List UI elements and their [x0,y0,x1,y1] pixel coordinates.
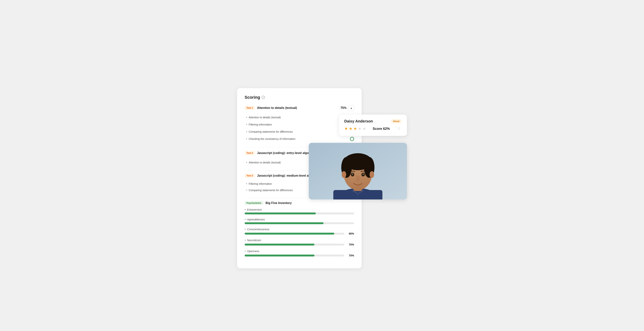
sub-item: • Comparing statements for differences [246,128,354,135]
test-1-chevron[interactable]: ▲ [348,105,354,111]
bullet: • [244,228,246,231]
svg-point-11 [352,173,353,175]
bar-row [244,222,354,224]
psychometric-header: Psychometric Big Five Inventory [244,201,354,205]
test-1-name: Attention to details (textual) [257,106,297,110]
bar-row: 90% [244,232,354,235]
bar-label: • Extraversion [244,208,354,211]
scene: Scoring i Test 1 Attention to details (t… [237,88,407,243]
bullet: • [244,238,246,242]
bullet: • [246,182,247,186]
bar-label-text: Openness [247,250,259,253]
bullet: • [244,250,246,253]
test-1-header: Test 1 Attention to details (textual) 75… [244,105,354,111]
sub-item-label: Filtering information [249,123,272,126]
bar-pct: 70% [346,243,354,246]
bar-neuroticism: • Neuroticism 70% [244,238,354,246]
test-1-badge: Test 1 [244,106,255,110]
test-3-badge: Test 3 [244,174,255,178]
sub-item-label: Checking the consistency of information [249,138,296,140]
psychometric-section: Psychometric Big Five Inventory • Extrav… [244,201,354,257]
candidate-score: Score 62% [372,127,390,131]
bar-label: • Openness [244,250,354,253]
circle-full-icon [350,137,354,141]
test-2-header-left: Test 2 Javascript (coding): entry-level … [244,151,318,155]
test-2-badge: Test 2 [244,151,255,155]
bar-extraversion: • Extraversion [244,208,354,214]
bar-openness: • Openness 70% [244,250,354,257]
bar-fill [244,254,314,256]
star-2: ★ [349,126,352,131]
sub-item-label: Attention to details (textual) [249,116,281,119]
bar-fill [244,233,334,234]
bar-label: • Neuroticism [244,238,354,242]
sub-item-label: Filtering information [249,182,272,185]
stars: ★ ★ ★ ★ ★ [344,126,366,131]
bar-track [244,222,354,224]
bullet: • [244,208,246,211]
star-5: ★ [362,126,366,131]
bullet: • [246,123,247,126]
bar-row [244,212,354,214]
candidate-footer: ★ ★ ★ ★ ★ Score 62% ▽ [344,126,402,131]
bar-track [244,254,344,256]
psychometric-header-left: Psychometric Big Five Inventory [244,201,292,205]
filter-icon[interactable]: ▽ [396,126,402,131]
info-icon[interactable]: i [262,96,265,99]
star-1: ★ [344,126,348,131]
bullet: • [246,161,247,164]
photo-card [309,143,407,200]
scoring-header: Scoring i [244,95,354,100]
sub-item-label: Comparing statements for differences [249,130,293,133]
photo-placeholder [309,143,407,200]
test-1-header-right: 75% ▲ [340,105,354,111]
sub-item-label: Attention to details (textual) [249,161,281,164]
sub-item: • Checking the consistency of informatio… [246,135,354,142]
test-1-score: 75% [340,106,346,110]
bar-pct: 70% [346,254,354,257]
test-3-name: Javascript (coding): medium-level algo..… [257,174,316,178]
bar-track [244,212,354,214]
candidate-header: Daisy Anderson Hired [344,119,402,124]
psychometric-badge: Psychometric [244,201,263,205]
bullet: • [244,218,246,221]
bar-label: • Conscientiousness [244,228,354,231]
test-1-sub-items: • Attention to details (textual) • Filte… [244,114,354,142]
bullet: • [246,116,247,119]
svg-point-14 [357,198,358,198]
bullet: • [246,130,247,134]
bar-fill [244,212,316,214]
svg-point-16 [370,171,374,178]
bar-label-text: Conscientiousness [247,228,270,231]
test-1-header-left: Test 1 Attention to details (textual) [244,106,297,110]
bar-track [244,233,344,234]
bar-fill [244,222,324,224]
bar-pct: 90% [346,232,354,235]
bar-label-text: Extraversion [247,208,262,211]
bar-track [244,244,344,246]
bar-conscientiousness: • Conscientiousness 90% [244,228,354,235]
sub-item: • Filtering information [246,121,354,128]
bar-label-text: Neuroticism [247,239,261,242]
bar-row: 70% [244,254,354,257]
hired-badge: Hired [391,119,402,124]
test-section-1: Test 1 Attention to details (textual) 75… [244,105,354,142]
scoring-title: Scoring [244,95,260,100]
bar-label: • Agreeableness [244,218,354,221]
bullet: • [246,137,247,140]
svg-point-13 [357,195,358,196]
svg-point-12 [362,173,364,175]
person-illustration [309,143,407,200]
sub-item-label: Comparing statements for differences [249,189,293,192]
star-3: ★ [353,126,357,131]
bar-agreeableness: • Agreeableness [244,218,354,224]
candidate-name: Daisy Anderson [344,119,373,124]
test-3-header-left: Test 3 Javascript (coding): medium-level… [244,174,316,178]
bar-row: 70% [244,243,354,246]
star-4: ★ [358,126,362,131]
svg-point-15 [342,171,346,178]
svg-point-8 [346,154,369,166]
bullet: • [246,188,247,192]
candidate-card: Daisy Anderson Hired ★ ★ ★ ★ ★ Score 62%… [339,114,407,136]
bar-label-text: Agreeableness [247,218,265,221]
